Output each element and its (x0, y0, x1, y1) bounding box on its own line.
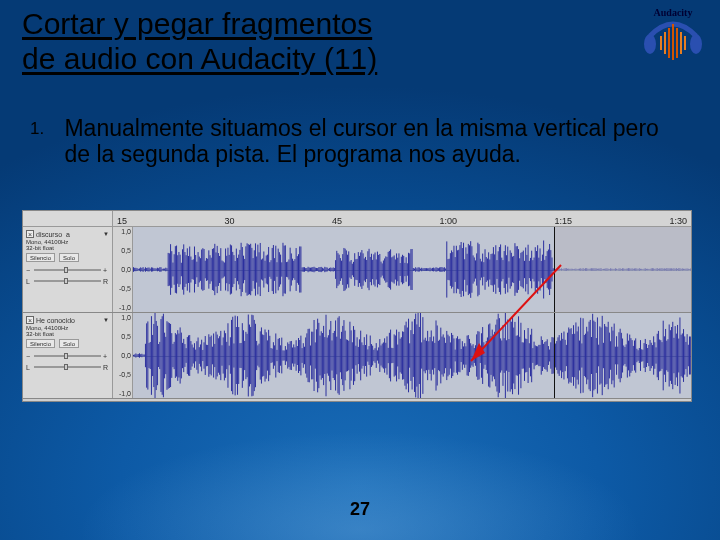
svg-rect-767 (480, 348, 481, 363)
svg-rect-256 (427, 268, 428, 270)
svg-rect-289 (467, 254, 468, 285)
svg-rect-665 (358, 347, 359, 364)
svg-rect-48 (178, 252, 179, 287)
gain-slider[interactable]: −+ (26, 352, 109, 360)
svg-rect-196 (355, 259, 356, 280)
mute-button[interactable]: Silencio (26, 339, 55, 348)
svg-rect-670 (364, 337, 365, 374)
svg-rect-803 (523, 342, 524, 368)
svg-rect-851 (580, 318, 581, 394)
svg-rect-924 (667, 339, 668, 372)
svg-rect-211 (373, 254, 374, 284)
svg-rect-73 (208, 250, 209, 288)
svg-rect-281 (457, 250, 458, 288)
svg-rect-298 (477, 243, 478, 297)
svg-rect-667 (360, 331, 361, 381)
pan-slider[interactable]: LR (26, 277, 109, 285)
svg-rect-550 (220, 331, 221, 380)
svg-rect-200 (360, 252, 361, 286)
svg-rect-350 (540, 248, 541, 290)
svg-rect-875 (609, 333, 610, 379)
svg-rect-838 (565, 340, 566, 371)
svg-rect-889 (626, 344, 627, 366)
svg-rect-687 (384, 338, 385, 372)
svg-rect-904 (644, 343, 645, 368)
track-2-wave-area[interactable]: 1,0 0,5 0,0 -0,5 -1,0 (113, 313, 691, 398)
svg-rect-680 (376, 343, 377, 368)
pan-slider[interactable]: LR (26, 363, 109, 371)
svg-rect-249 (419, 267, 420, 271)
svg-rect-240 (408, 253, 409, 286)
svg-rect-293 (471, 246, 472, 292)
svg-rect-165 (318, 267, 319, 272)
svg-rect-314 (496, 260, 497, 279)
svg-rect-355 (546, 256, 547, 283)
svg-rect-903 (642, 350, 643, 362)
svg-rect-496 (156, 321, 157, 390)
svg-rect-913 (654, 342, 655, 369)
svg-rect-178 (334, 268, 335, 271)
svg-rect-837 (563, 332, 564, 380)
svg-rect-795 (513, 328, 514, 384)
svg-rect-861 (592, 314, 593, 397)
title-line-1: Cortar y pegar fragmentos (22, 7, 372, 40)
svg-rect-313 (495, 245, 496, 294)
close-track-icon[interactable]: × (26, 230, 34, 238)
svg-rect-269 (443, 268, 444, 272)
svg-rect-520 (184, 344, 185, 367)
svg-rect-941 (688, 345, 689, 367)
svg-rect-782 (498, 314, 499, 398)
track-menu-icon[interactable]: ▼ (103, 231, 109, 237)
svg-rect-578 (254, 320, 255, 391)
svg-rect-580 (256, 341, 257, 370)
solo-button[interactable]: Solo (59, 253, 79, 262)
svg-rect-749 (458, 339, 459, 372)
svg-rect-543 (212, 347, 213, 365)
track-1-wave-area[interactable]: 1,0 0,5 0,0 -0,5 -1,0 (113, 227, 691, 312)
svg-rect-121 (266, 255, 267, 283)
svg-rect-570 (244, 341, 245, 370)
svg-rect-12 (135, 268, 136, 271)
svg-rect-10 (133, 267, 134, 272)
svg-rect-100 (241, 243, 242, 296)
svg-rect-344 (532, 260, 533, 279)
svg-rect-702 (402, 331, 403, 379)
solo-button[interactable]: Solo (59, 339, 79, 348)
svg-rect-587 (265, 329, 266, 381)
svg-rect-845 (573, 325, 574, 386)
svg-rect-518 (182, 343, 183, 368)
svg-rect-844 (572, 334, 573, 377)
track-menu-icon[interactable]: ▼ (103, 317, 109, 323)
svg-rect-171 (326, 267, 327, 271)
svg-rect-606 (287, 342, 288, 368)
svg-rect-218 (382, 263, 383, 275)
svg-rect-134 (281, 262, 282, 276)
svg-rect-610 (292, 347, 293, 363)
svg-rect-317 (500, 244, 501, 294)
svg-rect-331 (517, 246, 518, 293)
svg-rect-672 (366, 334, 367, 376)
svg-rect-336 (523, 251, 524, 289)
svg-rect-265 (438, 268, 439, 271)
svg-rect-205 (366, 260, 367, 279)
svg-rect-7 (676, 28, 678, 58)
timeline-ruler: 15 30 45 1:00 1:15 1:30 (23, 211, 691, 227)
svg-rect-585 (262, 334, 263, 376)
gain-slider[interactable]: −+ (26, 266, 109, 274)
svg-rect-302 (482, 254, 483, 286)
mute-button[interactable]: Silencio (26, 253, 55, 262)
svg-rect-204 (365, 257, 366, 282)
svg-rect-238 (406, 257, 407, 281)
svg-rect-107 (249, 245, 250, 294)
svg-rect-888 (624, 347, 625, 364)
svg-rect-865 (597, 317, 598, 393)
svg-rect-896 (634, 340, 635, 370)
svg-rect-61 (194, 247, 195, 293)
svg-rect-341 (529, 261, 530, 278)
svg-rect-297 (476, 253, 477, 285)
svg-rect-499 (159, 342, 160, 369)
close-track-icon[interactable]: × (26, 316, 34, 324)
svg-rect-732 (438, 341, 439, 370)
svg-rect-910 (651, 343, 652, 369)
svg-rect-130 (276, 262, 277, 277)
